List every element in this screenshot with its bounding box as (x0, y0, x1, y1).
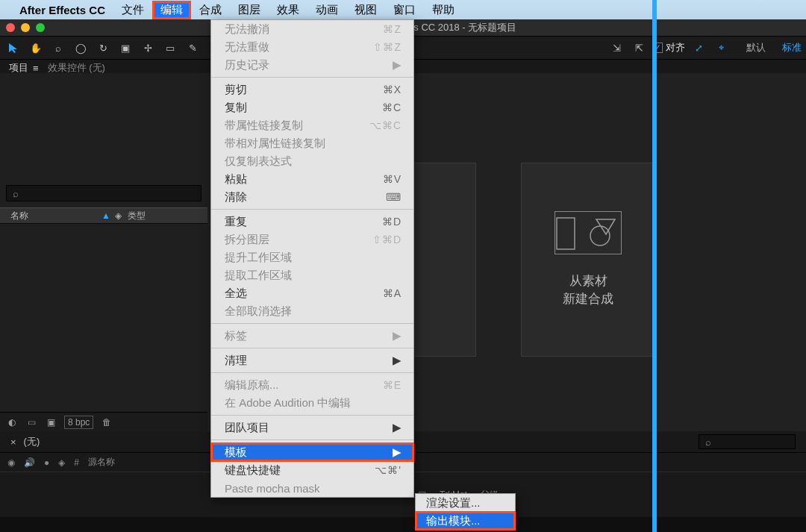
anchor-tool-icon[interactable]: ✢ (139, 39, 157, 57)
menu-item[interactable]: 模板▶ (211, 443, 413, 461)
menu-item[interactable]: 全选⌘A (211, 284, 413, 302)
mac-menubar: After Effects CC 文件 编辑 合成 图层 效果 动画 视图 窗口… (0, 0, 806, 19)
folder-icon[interactable]: ▭ (25, 417, 37, 428)
camera-tool-icon[interactable]: ▣ (116, 39, 134, 57)
rotate-tool-icon[interactable]: ↻ (94, 39, 112, 57)
trash-icon[interactable]: 🗑 (101, 417, 113, 428)
align-label: 对齐 (666, 41, 685, 54)
footage-card-label-2: 新建合成 (563, 290, 613, 308)
menu-item: 提升工作区域 (211, 248, 413, 266)
svg-marker-0 (9, 43, 17, 53)
tag-icon[interactable]: ◈ (115, 210, 122, 221)
menu-item: 带相对属性链接复制 (211, 134, 413, 152)
target-icon[interactable]: ⌖ (712, 39, 730, 57)
menu-item: 提取工作区域 (211, 266, 413, 284)
template-submenu: 渲染设置... 输出模块... (415, 493, 516, 531)
minimize-icon[interactable] (21, 23, 30, 32)
cti-icon[interactable] (652, 0, 657, 532)
menu-item: Paste mocha mask (211, 479, 413, 497)
menu-item: 带属性链接复制⌥⌘C (211, 116, 413, 134)
menu-animation[interactable]: 动画 (308, 1, 346, 19)
timeline-search-input[interactable]: ⌕ (699, 434, 796, 449)
close-icon[interactable] (6, 23, 15, 32)
menu-help[interactable]: 帮助 (425, 1, 462, 19)
submenu-output-module[interactable]: 输出模块... (416, 512, 515, 530)
audio-column-icon[interactable]: 🔊 (24, 457, 35, 468)
menu-item: 全部取消选择 (211, 302, 413, 320)
workspace-default[interactable]: 默认 (746, 41, 766, 54)
menu-item[interactable]: 清理▶ (211, 351, 413, 369)
project-columns: 名称 ▲ ◈ 类型 (0, 207, 207, 224)
sort-asc-icon[interactable]: ▲ (101, 210, 110, 221)
submenu-render-settings[interactable]: 渲染设置... (416, 494, 515, 512)
pen-tool-icon[interactable]: ✎ (184, 39, 202, 57)
project-footer: ◐ ▭ ▣ 8 bpc 🗑 (0, 412, 207, 431)
menu-item[interactable]: 剪切⌘X (211, 81, 413, 98)
workspace-standard[interactable]: 标准 (782, 41, 802, 54)
timeline-close-icon[interactable]: × (10, 436, 16, 448)
menu-item: 拆分图层⇧⌘D (211, 231, 413, 248)
window-title: Adobe After Effects CC 2018 - 无标题项目 (52, 21, 800, 34)
menu-item[interactable]: 清除⌨ (211, 188, 413, 206)
menu-window[interactable]: 窗口 (386, 1, 423, 19)
menu-item: 仅复制表达式 (211, 152, 413, 170)
orbit-tool-icon[interactable]: ◯ (72, 39, 90, 57)
snap-icon[interactable]: ⇲ (607, 39, 625, 57)
footage-card-label-1: 从素材 (563, 272, 613, 290)
hand-tool-icon[interactable]: ✋ (27, 39, 45, 57)
menu-item[interactable]: 团队项目▶ (211, 419, 413, 436)
project-panel: ⌕ 名称 ▲ ◈ 类型 ◐ ▭ ▣ 8 bpc 🗑 (0, 73, 207, 431)
align-toggle[interactable]: ✓ 对齐 (652, 41, 685, 54)
menu-item: 无法撤消⌘Z (211, 20, 413, 38)
menu-item: 在 Adobe Audition 中编辑 (211, 394, 413, 412)
selection-tool-icon[interactable] (4, 39, 22, 57)
menu-view[interactable]: 视图 (347, 1, 384, 19)
edit-menu-dropdown: 无法撤消⌘Z无法重做⇧⌘Z历史记录▶剪切⌘X复制⌘C带属性链接复制⌥⌘C带相对属… (210, 19, 414, 498)
menu-item: 历史记录▶ (211, 56, 413, 74)
footage-comp-icon (554, 211, 622, 254)
bpc-button[interactable]: 8 bpc (64, 416, 93, 429)
zoom-tool-icon[interactable]: ⌕ (49, 39, 67, 57)
menu-item: 编辑原稿...⌘E (211, 376, 413, 394)
new-comp-from-footage-card[interactable]: 从素材 新建合成 (521, 163, 655, 357)
menu-item: 无法重做⇧⌘Z (211, 38, 413, 56)
menu-file[interactable]: 文件 (114, 1, 151, 19)
traffic-lights[interactable] (6, 23, 45, 32)
menu-edit[interactable]: 编辑 (153, 1, 190, 19)
interpret-icon[interactable]: ◐ (6, 417, 18, 428)
col-type[interactable]: 类型 (128, 210, 146, 222)
eye-column-icon[interactable]: ◉ (7, 457, 15, 468)
menu-item[interactable]: 重复⌘D (211, 213, 413, 231)
svg-point-4 (590, 226, 610, 245)
menu-item[interactable]: 粘贴⌘V (211, 170, 413, 188)
rect-tool-icon[interactable]: ▭ (161, 39, 179, 57)
lock-column-icon[interactable]: ● (44, 457, 49, 468)
expand-icon[interactable]: ⤢ (690, 39, 707, 57)
timeline-tab[interactable]: (无) (24, 435, 40, 448)
menu-item[interactable]: 复制⌘C (211, 98, 413, 116)
panel-menu-icon[interactable]: ≡ (33, 63, 37, 74)
menu-composition[interactable]: 合成 (192, 1, 229, 19)
snap2-icon[interactable]: ⇱ (630, 39, 648, 57)
col-name[interactable]: 名称 (0, 210, 97, 222)
svg-marker-5 (596, 219, 615, 234)
svg-rect-3 (557, 218, 575, 249)
app-name-menu[interactable]: After Effects CC (12, 2, 113, 18)
menu-layer[interactable]: 图层 (231, 1, 268, 19)
project-search-input[interactable]: ⌕ (6, 185, 202, 201)
menu-item[interactable]: 键盘快捷键⌥⌘' (211, 461, 413, 479)
source-name-col[interactable]: 源名称 (88, 456, 115, 469)
tag-column-icon[interactable]: ◈ (58, 457, 65, 468)
menu-item: 标签▶ (211, 327, 413, 345)
zoom-icon[interactable] (36, 23, 45, 32)
comp-icon[interactable]: ▣ (45, 417, 57, 428)
menu-effect[interactable]: 效果 (269, 1, 307, 19)
